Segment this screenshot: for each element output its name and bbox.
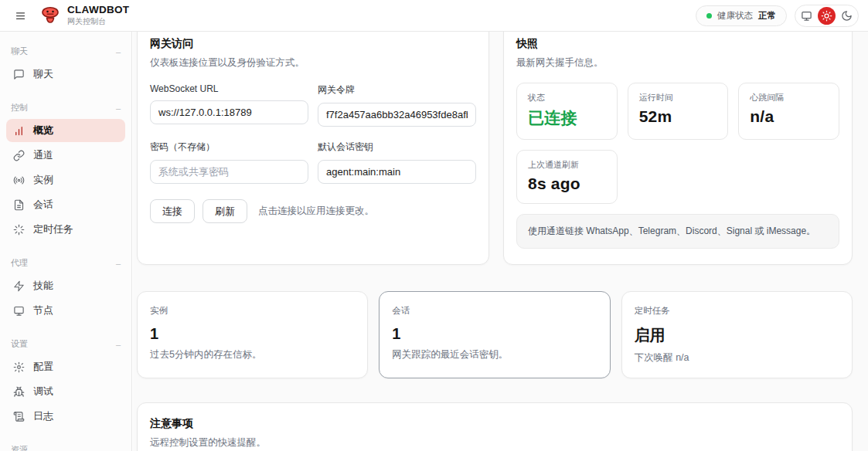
stat-label: 状态	[528, 92, 606, 103]
sidebar-item-label: 调试	[33, 385, 53, 398]
sidebar-section-resources: 资源	[6, 439, 125, 451]
sidebar-item-debug[interactable]: 调试	[6, 380, 125, 403]
gateway-card-title: 网关访问	[150, 37, 476, 51]
light-theme-button[interactable]	[818, 7, 836, 25]
sidebar-item-skills[interactable]: 技能	[6, 274, 125, 297]
stat-heartbeat: 心跳间隔 n/a	[738, 83, 839, 140]
gateway-card-subtitle: 仪表板连接位置以及身份验证方式。	[150, 56, 476, 70]
collapse-icon[interactable]: –	[116, 340, 121, 349]
session-key-label: 默认会话密钥	[318, 141, 476, 154]
monitor-icon	[801, 10, 812, 22]
stat-uptime: 运行时间 52m	[628, 83, 729, 140]
gateway-access-card: 网关访问 仪表板连接位置以及身份验证方式。 WebSocket URL 网关令牌…	[137, 32, 489, 265]
sidebar-item-nodes[interactable]: 节点	[6, 299, 125, 322]
sidebar-item-chat[interactable]: 聊天	[6, 63, 125, 86]
bug-icon	[13, 386, 25, 398]
section-label-settings: 设置	[11, 338, 28, 350]
gateway-token-label: 网关令牌	[318, 83, 476, 97]
sidebar-section-chat: 聊天 – 聊天	[6, 41, 125, 86]
section-label-agents: 代理	[11, 257, 28, 269]
chat-icon	[13, 69, 25, 80]
refresh-button[interactable]: 刷新	[203, 199, 247, 223]
collapse-icon[interactable]: –	[116, 47, 121, 56]
sidebar-item-label: 配置	[33, 360, 53, 374]
metric-description: 过去5分钟内的存在信标。	[150, 348, 355, 361]
sidebar-section-agents: 代理 – 技能 节点	[6, 253, 125, 322]
sidebar-item-label: 节点	[33, 303, 53, 317]
sidebar-item-instances[interactable]: 实例	[6, 168, 125, 192]
main-content: 网关访问 仪表板连接位置以及身份验证方式。 WebSocket URL 网关令牌…	[133, 32, 868, 451]
collapse-icon[interactable]: –	[116, 103, 121, 113]
snapshot-card: 快照 最新网关握手信息。 状态 已连接 运行时间 52m 心跳间隔 n/a 上次…	[503, 32, 853, 265]
session-key-input[interactable]	[318, 160, 476, 184]
notes-card-subtitle: 远程控制设置的快速提醒。	[150, 436, 839, 449]
theme-switcher	[795, 5, 859, 27]
connect-button[interactable]: 连接	[150, 199, 195, 223]
sidebar-item-label: 概览	[33, 124, 53, 137]
stat-value: n/a	[750, 107, 828, 126]
sidebar-item-label: 通道	[33, 148, 53, 162]
metric-label: 定时任务	[635, 305, 839, 317]
sessions-metric-card[interactable]: 会话 1 网关跟踪的最近会话密钥。	[379, 291, 610, 378]
metric-value: 启用	[635, 325, 839, 346]
sidebar-item-overview[interactable]: 概览	[6, 119, 125, 142]
stat-label: 运行时间	[639, 92, 717, 103]
sun-icon	[821, 10, 832, 22]
sidebar-item-channels[interactable]: 通道	[6, 144, 125, 167]
sidebar-item-cron[interactable]: 定时任务	[6, 218, 125, 241]
hamburger-icon	[15, 10, 26, 22]
section-label-resources: 资源	[11, 444, 28, 451]
sidebar-item-label: 技能	[33, 279, 53, 293]
metric-description: 网关跟踪的最近会话密钥。	[392, 348, 597, 361]
metric-label: 会话	[392, 305, 597, 317]
metric-value: 1	[392, 325, 597, 343]
gateway-token-input[interactable]	[318, 103, 476, 127]
sidebar-item-label: 定时任务	[33, 222, 73, 236]
section-label-control: 控制	[11, 102, 28, 114]
collapse-icon[interactable]: –	[116, 259, 121, 268]
gear-icon	[13, 361, 25, 373]
loader-icon	[13, 224, 25, 236]
sidebar-item-label: 会话	[33, 198, 53, 212]
stat-status: 状态 已连接	[516, 83, 618, 140]
menu-button[interactable]	[9, 5, 31, 26]
brand: CLAWDBOT 网关控制台	[40, 4, 129, 27]
app-subtitle: 网关控制台	[67, 16, 129, 27]
sidebar-item-logs[interactable]: 日志	[6, 405, 125, 428]
scroll-icon	[13, 411, 25, 422]
health-status-badge: 健康状态 正常	[696, 5, 787, 26]
websocket-url-input[interactable]	[150, 100, 308, 124]
health-label: 健康状态	[717, 10, 753, 22]
metric-description: 下次唤醒 n/a	[635, 351, 839, 365]
sidebar-item-label: 聊天	[33, 67, 53, 81]
monitor-icon	[13, 305, 25, 317]
stat-value: 8s ago	[528, 175, 606, 193]
notes-card: 注意事项 远程控制设置的快速提醒。 Tailscale服务 优先使用服务模式，在…	[137, 402, 853, 451]
instances-metric-card[interactable]: 实例 1 过去5分钟内的存在信标。	[137, 291, 368, 378]
stat-value: 52m	[639, 107, 717, 126]
sidebar-item-label: 日志	[33, 409, 53, 423]
notes-card-title: 注意事项	[150, 417, 839, 431]
stat-label: 心跳间隔	[750, 92, 828, 103]
lobster-logo-icon	[40, 5, 60, 25]
password-input[interactable]	[150, 160, 308, 184]
connect-hint: 点击连接以应用连接更改。	[258, 205, 374, 218]
snapshot-card-subtitle: 最新网关握手信息。	[516, 56, 839, 70]
stat-value-connected: 已连接	[528, 107, 606, 129]
moon-icon	[841, 10, 853, 22]
sidebar-item-sessions[interactable]: 会话	[6, 193, 125, 216]
health-dot-icon	[706, 13, 712, 19]
password-label: 密码（不存储）	[150, 141, 308, 154]
system-theme-button[interactable]	[798, 7, 815, 25]
dark-theme-button[interactable]	[838, 7, 856, 25]
sidebar: 聊天 – 聊天 控制 – 概览 通道 实例 会话 定时	[0, 32, 132, 451]
top-bar: CLAWDBOT 网关控制台 健康状态 正常	[0, 0, 868, 32]
channels-note: 使用通道链接 WhatsApp、Telegram、Discord、Signal …	[516, 214, 839, 249]
zap-icon	[13, 280, 25, 292]
snapshot-card-title: 快照	[516, 37, 839, 51]
websocket-url-label: WebSocket URL	[150, 83, 308, 94]
sidebar-item-config[interactable]: 配置	[6, 355, 125, 378]
cron-metric-card[interactable]: 定时任务 启用 下次唤醒 n/a	[621, 291, 853, 378]
link-icon	[13, 150, 25, 161]
health-value: 正常	[758, 10, 776, 22]
